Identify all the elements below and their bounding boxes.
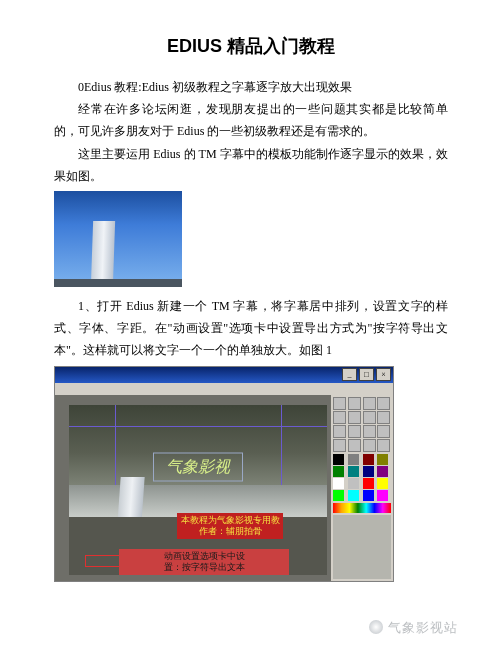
hue-bar[interactable] <box>333 503 391 513</box>
swatch[interactable] <box>363 454 374 465</box>
figure-1 <box>54 191 448 287</box>
annotation-author: 本教程为气象影视专用教 作者：辅朋拍骨 <box>177 513 283 539</box>
tool-icon[interactable] <box>348 397 361 410</box>
swatch[interactable] <box>348 490 359 501</box>
window-titlebar: _ □ × <box>55 367 393 383</box>
swatch[interactable] <box>377 490 388 501</box>
swatch[interactable] <box>377 478 388 489</box>
document-title: EDIUS 精品入门教程 <box>54 34 448 58</box>
tool-icon[interactable] <box>363 411 376 424</box>
tool-icon[interactable] <box>377 411 390 424</box>
tool-sidebar <box>331 395 393 581</box>
color-palette <box>333 454 391 501</box>
preview-canvas[interactable]: 气象影视 <box>69 405 327 525</box>
annotation-line: 作者：辅朋拍骨 <box>199 526 262 536</box>
guide-line <box>69 426 327 427</box>
swatch[interactable] <box>377 454 388 465</box>
subtitle-text-box[interactable]: 气象影视 <box>153 452 243 481</box>
swatch[interactable] <box>333 490 344 501</box>
paragraph-intro: 0Edius 教程:Edius 初级教程之字幕逐字放大出现效果 <box>54 76 448 98</box>
tool-icon[interactable] <box>348 439 361 452</box>
tool-icon[interactable] <box>377 425 390 438</box>
swatch[interactable] <box>348 466 359 477</box>
tool-icon[interactable] <box>333 397 346 410</box>
tool-icon[interactable] <box>348 411 361 424</box>
paragraph-step1: 1、打开 Edius 新建一个 TM 字幕，将字幕居中排列，设置文字的样式、字体… <box>54 295 448 362</box>
tool-icon[interactable] <box>363 439 376 452</box>
annotation-instruction: 动画设置选项卡中设 置：按字符导出文本 <box>119 549 289 575</box>
swatch[interactable] <box>363 478 374 489</box>
skyline-strip <box>54 279 182 287</box>
minimize-button[interactable]: _ <box>342 368 357 381</box>
swatch[interactable] <box>333 466 344 477</box>
paragraph-3: 这里主要运用 Edius 的 TM 字幕中的模板功能制作逐字显示的效果，效果如图… <box>54 143 448 187</box>
paragraph-2: 经常在许多论坛闲逛，发现朋友提出的一些问题其实都是比较简单的，可见许多朋友对于 … <box>54 98 448 142</box>
watermark-icon <box>369 620 383 634</box>
tool-icon[interactable] <box>348 425 361 438</box>
swatch[interactable] <box>348 478 359 489</box>
highlight-box <box>85 555 121 567</box>
swatch[interactable] <box>363 490 374 501</box>
edius-screenshot: _ □ × 气象影视 <box>54 366 394 582</box>
tool-icon[interactable] <box>333 411 346 424</box>
editor-main: 气象影视 本教程为气象影视专用教 作者：辅朋拍骨 动画设置选项卡中设 置：按字符… <box>55 395 331 581</box>
tool-icon[interactable] <box>333 425 346 438</box>
swatch[interactable] <box>348 454 359 465</box>
maximize-button[interactable]: □ <box>359 368 374 381</box>
close-button[interactable]: × <box>376 368 391 381</box>
page-watermark: 气象影视站 <box>369 619 458 637</box>
tool-icon[interactable] <box>363 425 376 438</box>
watermark-text: 气象影视站 <box>388 620 458 635</box>
annotation-line: 本教程为气象影视专用教 <box>181 515 280 525</box>
tool-icon[interactable] <box>333 439 346 452</box>
swatch[interactable] <box>363 466 374 477</box>
sidebar-lower <box>333 515 391 579</box>
building-shape <box>91 221 115 287</box>
tool-icon[interactable] <box>363 397 376 410</box>
swatch[interactable] <box>333 454 344 465</box>
tool-icon-grid <box>333 397 391 452</box>
figure-2: _ □ × 气象影视 <box>54 366 448 582</box>
annotation-line: 置：按字符导出文本 <box>164 562 245 573</box>
window-menubar <box>55 383 393 395</box>
tool-icon[interactable] <box>377 397 390 410</box>
swatch[interactable] <box>333 478 344 489</box>
swatch[interactable] <box>377 466 388 477</box>
figure-1-image <box>54 191 182 287</box>
annotation-line: 动画设置选项卡中设 <box>164 551 245 562</box>
tool-icon[interactable] <box>377 439 390 452</box>
